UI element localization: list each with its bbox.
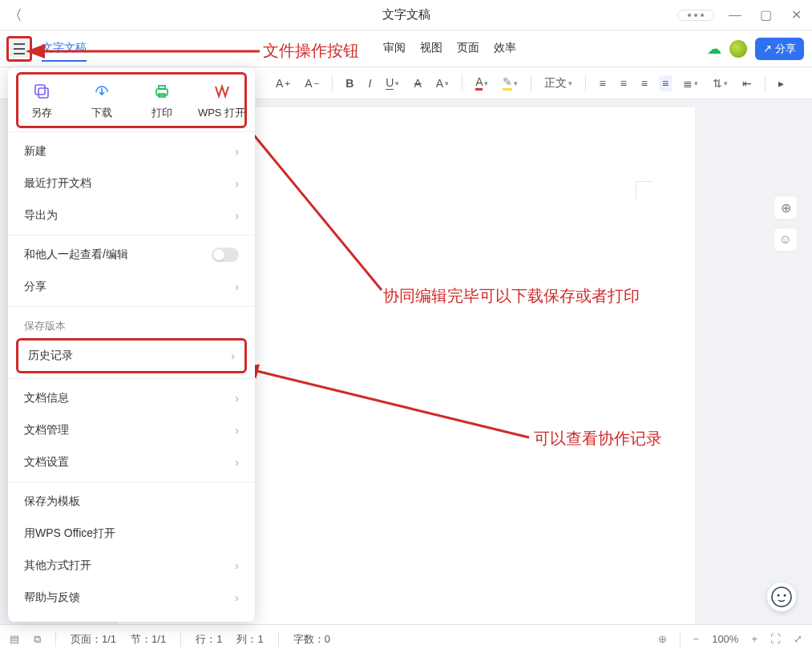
history-highlight-box: 历史记录› bbox=[16, 338, 247, 373]
wps-icon bbox=[212, 82, 232, 101]
status-page[interactable]: 页面：1/1 bbox=[71, 632, 116, 647]
quick-wps-open-label: WPS 打开 bbox=[198, 106, 245, 120]
strikethrough-button[interactable]: A bbox=[410, 75, 424, 91]
outline-view-icon[interactable]: ▤ bbox=[10, 633, 19, 645]
font-style-button[interactable]: A▾ bbox=[433, 75, 452, 91]
back-icon[interactable]: 〈 bbox=[8, 6, 22, 25]
fit-width-icon[interactable]: ⛶ bbox=[770, 633, 781, 645]
svg-point-2 bbox=[784, 595, 786, 597]
hamburger-highlight-box bbox=[6, 36, 32, 62]
highlight-button[interactable]: ✎▾ bbox=[499, 74, 521, 92]
minimize-icon[interactable]: — bbox=[725, 6, 745, 25]
user-avatar[interactable] bbox=[729, 40, 747, 58]
chevron-right-icon: › bbox=[235, 209, 239, 222]
file-menu-group-docinfo: 文档信息› 文档管理› 文档设置› bbox=[8, 378, 255, 482]
numbered-list-button[interactable]: ⇅▾ bbox=[709, 75, 731, 91]
status-section[interactable]: 节：1/1 bbox=[131, 632, 166, 647]
paragraph-style-button[interactable]: 正文▾ bbox=[541, 75, 576, 92]
share-button[interactable]: ↗ 分享 bbox=[755, 38, 804, 60]
status-row: 行：1 bbox=[196, 632, 222, 647]
close-icon[interactable]: ✕ bbox=[786, 6, 806, 25]
tab-doc[interactable]: 文字文稿 bbox=[42, 36, 87, 62]
file-menu-group-share: 和他人一起查看/编辑 分享› bbox=[8, 235, 255, 306]
fm-open-wps[interactable]: 用WPS Office打开 bbox=[8, 518, 255, 550]
tab-page[interactable]: 页面 bbox=[457, 36, 479, 60]
align-right-button[interactable]: ≡ bbox=[638, 75, 651, 91]
fm-collab-toggle[interactable]: 和他人一起查看/编辑 bbox=[8, 239, 255, 271]
chevron-right-icon: › bbox=[235, 280, 239, 293]
quick-save-as-label: 另存 bbox=[31, 106, 52, 120]
file-menu-quick-row: 另存 下载 打印 WPS 打开 bbox=[8, 67, 255, 131]
italic-button[interactable]: I bbox=[365, 75, 374, 91]
align-justify-button[interactable]: ≡ bbox=[659, 75, 672, 91]
bold-button[interactable]: B bbox=[342, 75, 357, 91]
print-icon bbox=[152, 82, 172, 101]
fm-collab-label: 和他人一起查看/编辑 bbox=[24, 248, 128, 262]
fm-export[interactable]: 导出为› bbox=[8, 200, 255, 232]
zoom-level[interactable]: 100% bbox=[712, 633, 738, 645]
fm-docsettings-label: 文档设置 bbox=[24, 455, 69, 470]
fm-help[interactable]: 帮助与反馈› bbox=[8, 582, 255, 614]
svg-rect-4 bbox=[38, 88, 48, 98]
fm-open-wps-label: 用WPS Office打开 bbox=[24, 526, 115, 541]
fm-open-other[interactable]: 其他方式打开› bbox=[8, 550, 255, 582]
tab-view[interactable]: 视图 bbox=[420, 36, 442, 60]
comment-tool-icon[interactable]: ⊕ bbox=[774, 195, 798, 220]
status-col: 列：1 bbox=[236, 632, 263, 647]
cloud-sync-icon[interactable]: ☁ bbox=[707, 40, 721, 58]
font-color-button[interactable]: A▾ bbox=[472, 74, 491, 92]
fm-help-label: 帮助与反馈 bbox=[24, 591, 80, 605]
quick-save-as[interactable]: 另存 bbox=[13, 75, 70, 127]
fm-share[interactable]: 分享› bbox=[8, 271, 255, 303]
fm-history[interactable]: 历史记录› bbox=[18, 341, 244, 371]
align-center-button[interactable]: ≡ bbox=[617, 75, 630, 91]
file-menu-panel: 另存 下载 打印 WPS 打开 新建› 最近打开文档› 导出为› 和他人一起查看… bbox=[8, 67, 255, 622]
svg-rect-5 bbox=[156, 89, 168, 95]
file-menu-group-1: 新建› 最近打开文档› 导出为› bbox=[8, 131, 255, 235]
page-view-icon[interactable]: ⧉ bbox=[34, 633, 41, 646]
fm-export-label: 导出为 bbox=[24, 208, 58, 223]
toggle-switch[interactable] bbox=[212, 248, 239, 262]
menu-bar: 文字文稿 协作 插入 审阅 视图 页面 效率 ☁ ↗ 分享 bbox=[0, 30, 812, 67]
fm-save-template-label: 保存为模板 bbox=[24, 494, 80, 509]
quick-wps-open[interactable]: WPS 打开 bbox=[193, 75, 250, 127]
svg-point-1 bbox=[778, 595, 780, 597]
menu-tabs: 文字文稿 协作 插入 审阅 视图 页面 效率 bbox=[42, 36, 173, 62]
globe-icon[interactable]: ⊕ bbox=[658, 633, 667, 645]
fm-docinfo-label: 文档信息 bbox=[24, 391, 69, 405]
more-pill[interactable] bbox=[677, 10, 714, 21]
fm-new[interactable]: 新建› bbox=[8, 135, 255, 167]
line-spacing-button[interactable]: ≣▾ bbox=[680, 75, 701, 91]
fm-share-label: 分享 bbox=[24, 280, 46, 294]
hamburger-button[interactable] bbox=[10, 40, 28, 58]
fm-version-title-label: 保存版本 bbox=[24, 319, 66, 333]
svg-point-0 bbox=[772, 587, 791, 607]
fm-docinfo[interactable]: 文档信息› bbox=[8, 382, 255, 414]
emoji-tool-icon[interactable]: ☺ bbox=[774, 228, 798, 252]
tab-review[interactable]: 审阅 bbox=[383, 36, 406, 60]
quick-print[interactable]: 打印 bbox=[133, 75, 190, 127]
tab-efficiency[interactable]: 效率 bbox=[494, 36, 516, 60]
underline-button[interactable]: U▾ bbox=[382, 75, 402, 91]
quick-download[interactable]: 下载 bbox=[73, 75, 130, 127]
align-left-button[interactable]: ≡ bbox=[596, 75, 608, 91]
toolbar-more-button[interactable]: ▸ bbox=[775, 75, 787, 91]
svg-rect-3 bbox=[35, 85, 45, 95]
help-float-button[interactable] bbox=[767, 582, 796, 611]
fm-docsettings[interactable]: 文档设置› bbox=[8, 446, 255, 478]
fm-docmanage[interactable]: 文档管理› bbox=[8, 414, 255, 446]
fm-recent[interactable]: 最近打开文档› bbox=[8, 167, 255, 200]
font-increase-button[interactable]: A+ bbox=[273, 75, 293, 91]
fm-save-template[interactable]: 保存为模板 bbox=[8, 486, 255, 518]
fullscreen-icon[interactable]: ⤢ bbox=[794, 633, 802, 645]
font-decrease-button[interactable]: A− bbox=[301, 75, 322, 91]
chevron-right-icon: › bbox=[235, 177, 239, 190]
fm-docmanage-label: 文档管理 bbox=[24, 423, 69, 437]
fm-version-title: 保存版本 bbox=[8, 310, 255, 337]
share-icon: ↗ bbox=[763, 42, 772, 54]
indent-decrease-button[interactable]: ⇤ bbox=[739, 75, 755, 91]
maximize-icon[interactable]: ▢ bbox=[756, 6, 775, 25]
zoom-in-button[interactable]: + bbox=[751, 633, 757, 645]
zoom-out-button[interactable]: − bbox=[693, 633, 700, 645]
status-words[interactable]: 字数：0 bbox=[293, 632, 330, 647]
